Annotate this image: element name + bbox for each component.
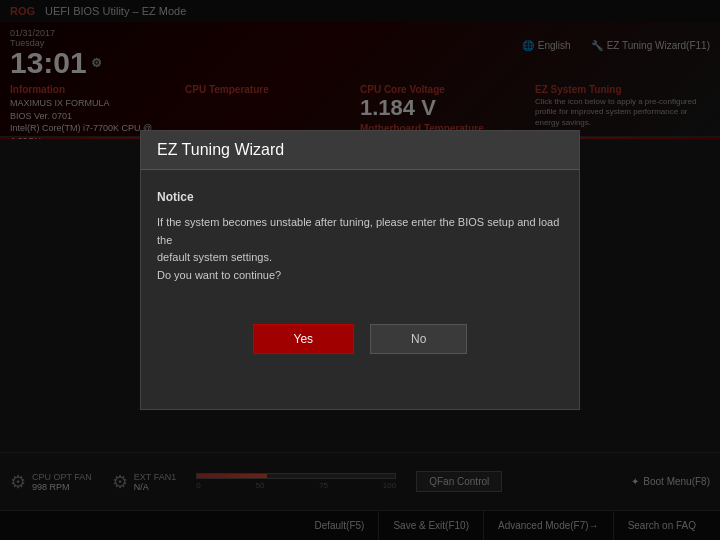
modal-overlay: EZ Tuning Wizard Notice If the system be… (0, 0, 720, 540)
modal-titlebar: EZ Tuning Wizard (141, 131, 579, 170)
yes-button[interactable]: Yes (253, 324, 355, 354)
modal-body: Notice If the system becomes unstable af… (141, 170, 579, 314)
modal-title: EZ Tuning Wizard (157, 141, 284, 158)
no-button[interactable]: No (370, 324, 467, 354)
modal-buttons: Yes No (141, 314, 579, 374)
notice-text: If the system becomes unstable after tun… (157, 214, 563, 284)
notice-title: Notice (157, 190, 563, 204)
modal-dialog: EZ Tuning Wizard Notice If the system be… (140, 130, 580, 410)
